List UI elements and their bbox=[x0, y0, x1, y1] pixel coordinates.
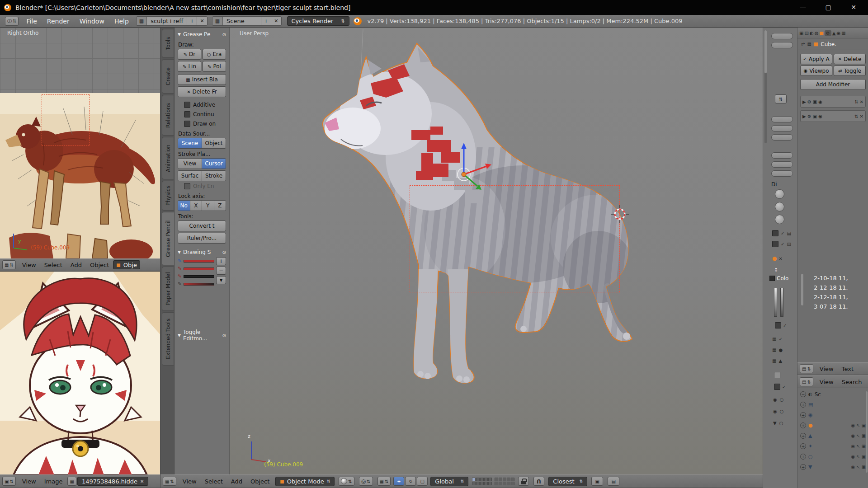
toggle-row[interactable]: ✓ ▤ bbox=[772, 230, 791, 236]
axis-z-option[interactable]: Z bbox=[214, 201, 226, 211]
menu-view[interactable]: View bbox=[18, 478, 40, 485]
collapse-icon[interactable]: ▼ bbox=[178, 250, 181, 254]
icon-row[interactable]: ◉ ○ bbox=[773, 397, 783, 402]
color-chip[interactable] bbox=[769, 276, 775, 281]
menu-view[interactable]: View bbox=[816, 379, 838, 385]
x-icon[interactable]: ✕ bbox=[778, 256, 782, 261]
scrollbar-thumb[interactable] bbox=[801, 274, 803, 305]
eye-icon[interactable]: ◉ bbox=[851, 465, 855, 469]
pin-icon[interactable]: ⊙ bbox=[222, 333, 226, 338]
scene-name[interactable]: Sc bbox=[815, 391, 821, 398]
pinned-id-row[interactable]: ● ✕ bbox=[772, 255, 783, 262]
eye-toggle-icon[interactable]: ◉ bbox=[818, 114, 822, 119]
slider-widget[interactable] bbox=[771, 134, 793, 141]
translate-manipulator-toggle[interactable]: + bbox=[393, 477, 404, 486]
layers-grid-2[interactable] bbox=[495, 478, 514, 485]
lock-axis-toggle[interactable]: No X Y Z bbox=[178, 200, 226, 211]
menu-render[interactable]: Render bbox=[42, 18, 74, 25]
pin-icon[interactable]: ⊙ bbox=[222, 250, 226, 255]
editor-type-button[interactable]: ▦ ⇅ bbox=[163, 477, 176, 486]
menu-view[interactable]: View bbox=[816, 366, 838, 372]
snap-toggle[interactable]: U bbox=[533, 477, 544, 486]
spin-button[interactable] bbox=[775, 215, 784, 224]
checkbox[interactable] bbox=[772, 241, 778, 247]
stroke-option[interactable]: Stroke bbox=[202, 171, 226, 181]
ruler-protractor-button[interactable]: Ruler/Pro... bbox=[178, 233, 226, 244]
editor-type-button[interactable]: ▦ ⇅ bbox=[2, 260, 16, 269]
drawing-settings-panel-header[interactable]: ▼ Drawing S ⊙ bbox=[178, 247, 226, 257]
slider-widget[interactable] bbox=[771, 152, 793, 159]
pin-icon[interactable]: ⊙ bbox=[222, 32, 226, 37]
delete-modifier-icon[interactable]: ✕ bbox=[860, 114, 863, 119]
gp-layer-row[interactable]: ✎ bbox=[178, 281, 214, 287]
gp-layer-row[interactable]: ✎ bbox=[178, 266, 214, 272]
axis-y-option[interactable]: Y bbox=[202, 201, 214, 211]
outliner-row[interactable]: + ▲ ◉ ↖ ▣ bbox=[797, 431, 868, 441]
collapse-icon[interactable]: ▼ bbox=[178, 333, 181, 338]
convert-button[interactable]: Convert t bbox=[178, 221, 226, 231]
stroke-placement-toggle[interactable]: View Cursor bbox=[178, 158, 226, 169]
axis-none-option[interactable]: No bbox=[178, 201, 190, 211]
tab-physics[interactable]: Physics bbox=[162, 181, 174, 211]
menu-object[interactable]: Object bbox=[86, 262, 113, 268]
lock-to-scene-toggle[interactable] bbox=[518, 477, 529, 486]
add-color-button[interactable]: + bbox=[216, 257, 226, 265]
expand-circle[interactable]: + bbox=[800, 412, 806, 418]
spin-button[interactable] bbox=[775, 202, 784, 211]
tab-paper-model[interactable]: Paper Model bbox=[162, 267, 174, 311]
object-tab-icon[interactable]: ■ bbox=[819, 31, 823, 36]
text-line[interactable]: 3-07-18 11, bbox=[814, 302, 848, 311]
vertical-slider[interactable] bbox=[780, 288, 783, 317]
text-datablock-list[interactable]: 2-10-18 11, 2-12-18 11, 2-12-18 11, 3-07… bbox=[814, 273, 848, 311]
menu-window[interactable]: Window bbox=[75, 18, 109, 25]
menu-add[interactable]: Add bbox=[227, 478, 246, 485]
line-button[interactable]: ✎ Lin bbox=[178, 61, 201, 72]
select-icon[interactable]: ↖ bbox=[856, 423, 860, 428]
move-icon[interactable]: ⇅ bbox=[854, 99, 858, 104]
additive-checkbox-row[interactable]: Additive bbox=[178, 100, 226, 109]
axis-x-option[interactable]: X bbox=[190, 201, 203, 211]
eye-icon[interactable]: ◉ bbox=[851, 433, 855, 438]
screen-layout-selector[interactable]: ▦ sculpt+reff + ✕ bbox=[136, 16, 208, 26]
outliner-row[interactable]: + ▼ ◉ ↖ ▣ bbox=[797, 462, 868, 472]
layers-grid-1[interactable] bbox=[472, 478, 492, 485]
opengl-render-anim-button[interactable]: ▤ bbox=[608, 477, 619, 486]
mode-selector[interactable]: ■ Object Mode ⇅ bbox=[275, 477, 335, 486]
color-field-row[interactable]: Colo bbox=[769, 275, 788, 282]
render-icon[interactable]: ▣ bbox=[862, 454, 866, 459]
collapse-icon[interactable]: ▼ bbox=[178, 32, 181, 37]
checkbox[interactable] bbox=[775, 322, 781, 328]
opengl-render-button[interactable]: ▣ bbox=[591, 477, 603, 486]
scene-name[interactable]: Scene bbox=[223, 17, 261, 25]
browse-icon[interactable]: ▦ bbox=[212, 17, 223, 25]
transform-manipulator[interactable] bbox=[432, 143, 505, 215]
slider-widget[interactable] bbox=[771, 42, 793, 48]
outliner-row[interactable]: + ✦ ◉ ↖ ▣ bbox=[797, 441, 868, 451]
render-layers-tab-icon[interactable]: ▤ bbox=[804, 31, 808, 36]
modifier-row[interactable]: ▶ ⚙ ▣ ◉ ⇅ ✕ bbox=[800, 96, 866, 108]
check-row[interactable]: ✓ bbox=[775, 322, 787, 328]
color-specials-button[interactable]: ▼ bbox=[216, 276, 226, 284]
vertical-slider[interactable] bbox=[774, 288, 777, 317]
snap-element-selector[interactable]: Closest ⇅ bbox=[548, 477, 587, 486]
checkbox[interactable] bbox=[184, 121, 190, 127]
viewport-shading-selector[interactable]: ⇅ bbox=[339, 477, 354, 486]
render-icon[interactable]: ▣ bbox=[862, 444, 866, 449]
world-tab-icon[interactable]: ◍ bbox=[815, 31, 819, 36]
maximize-button[interactable]: ▢ bbox=[817, 0, 839, 15]
text-line[interactable]: 2-12-18 11, bbox=[814, 292, 848, 302]
delete-scene-button[interactable]: ✕ bbox=[271, 17, 281, 25]
menu-add[interactable]: Add bbox=[66, 262, 86, 268]
expand-icon[interactable]: ▶ bbox=[802, 114, 806, 119]
scrollbar-thumb[interactable] bbox=[866, 391, 868, 473]
render-engine-selector[interactable]: Cycles Render ⇅ bbox=[287, 16, 349, 26]
expand-circle[interactable]: + bbox=[800, 464, 806, 470]
tab-extended-tools[interactable]: Extended Tools bbox=[162, 312, 174, 366]
scene-option[interactable]: Scene bbox=[178, 138, 202, 148]
gp-layer-row[interactable]: ✎ bbox=[178, 258, 214, 264]
apply-all-button[interactable]: ✓ Apply A bbox=[800, 54, 832, 64]
arrows-icon[interactable]: ⇄ bbox=[801, 42, 805, 47]
image-datablock-field[interactable]: 1497538486.hidde ✕ bbox=[77, 477, 149, 486]
outliner-row[interactable]: + ● ◉ ↖ ▣ bbox=[797, 420, 868, 431]
menu-text[interactable]: Text bbox=[838, 366, 858, 372]
